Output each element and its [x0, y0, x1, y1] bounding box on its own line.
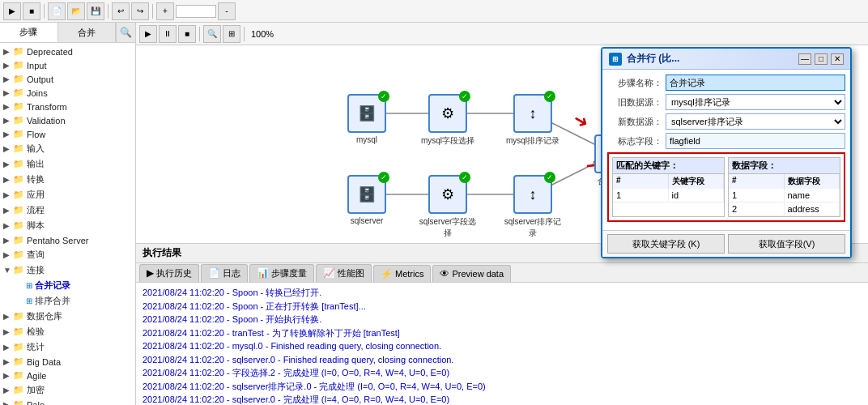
data-table: 数据字段： # 数据字段 1name2address: [728, 157, 840, 217]
canvas-btn-run[interactable]: ▶: [139, 25, 157, 43]
canvas-node-sqlserver_sort[interactable]: ↕ ✓ sqlserver排序记录: [500, 175, 565, 239]
sidebar-item-2[interactable]: ▶📁Output: [0, 72, 135, 86]
sidebar-item-4[interactable]: ▶📁Transform: [0, 100, 135, 113]
folder-arrow: ▶: [3, 88, 13, 97]
sidebar-item-label: 检验: [27, 326, 45, 338]
form-row-stepname: 步骤名称：: [607, 75, 845, 91]
results-tab-5[interactable]: 👁Preview data: [432, 265, 511, 282]
toolbar-btn-undo[interactable]: ↩: [112, 2, 130, 20]
sidebar-item-1[interactable]: ▶📁Input: [0, 58, 135, 72]
canvas-btn-zoom-fit[interactable]: ⊞: [223, 25, 240, 43]
sidebar-item-0[interactable]: ▶📁Deprecated: [0, 45, 135, 58]
check-badge: ✓: [378, 172, 389, 183]
sidebar-item-label: 合并记录: [35, 279, 70, 292]
node-icon-box: 🗄️ ✓: [347, 175, 386, 214]
sidebar-item-24[interactable]: ▶📁Palo: [0, 398, 135, 405]
sidebar-item-10[interactable]: ▶📁应用: [0, 187, 135, 202]
toolbar-sep-1: [44, 4, 45, 19]
sidebar-item-3[interactable]: ▶📁Joins: [0, 86, 135, 100]
results-tab-4[interactable]: ⚡Metrics: [373, 265, 431, 282]
form-row-oldsource: 旧数据源： mysql排序记录: [607, 94, 845, 110]
dialog-minimize-btn[interactable]: —: [798, 53, 811, 65]
log-line-3: 2021/08/24 11:02:20 - tranTest - 为了转换解除补…: [143, 326, 862, 340]
sidebar-item-19[interactable]: ▶📁检验: [0, 324, 135, 339]
toolbar-btn-zoom-out[interactable]: -: [218, 2, 236, 20]
sidebar-item-label: Output: [27, 75, 53, 84]
folder-icon: 📁: [13, 370, 24, 381]
sidebar-tab-steps[interactable]: 步骤: [0, 23, 58, 42]
data-row-field: name: [785, 189, 840, 202]
sidebar-item-6[interactable]: ▶📁Flow: [0, 127, 135, 141]
canvas-node-mysql_sort[interactable]: ↕ ✓ mysql排序记录: [506, 94, 560, 147]
canvas-zoom-label: 100%: [248, 29, 277, 39]
toolbar-sep-2: [108, 4, 108, 19]
folder-icon: 📁: [13, 143, 24, 154]
canvas-node-sqlserver_field[interactable]: ⚙ ✓ sqlserver字段选择: [415, 175, 480, 239]
sidebar-item-17[interactable]: ⊞排序合并: [0, 293, 135, 309]
sidebar-item-15[interactable]: ▼📁连接: [0, 262, 135, 278]
sidebar-item-16[interactable]: ⊞合并记录: [0, 278, 135, 293]
check-badge: ✓: [459, 91, 470, 102]
results-tab-3[interactable]: 📈性能图: [316, 264, 372, 282]
folder-arrow: ▶: [3, 47, 13, 56]
toolbar-btn-run[interactable]: ▶: [3, 2, 21, 20]
node-icon-box: ↕ ✓: [513, 94, 552, 133]
sidebar-tab-merge[interactable]: 合并: [58, 23, 117, 42]
dialog-titlebar: ⊞ 合并行 (比... — □ ✕: [602, 49, 850, 70]
sidebar-item-22[interactable]: ▶📁Agile: [0, 369, 135, 382]
sidebar-item-5[interactable]: ▶📁Validation: [0, 113, 135, 127]
log-line-1: 2021/08/24 11:02:20 - Spoon - 正在打开转换 [tr…: [143, 300, 862, 313]
zoom-input[interactable]: 100%: [176, 5, 216, 18]
canvas-btn-pause[interactable]: ⏸: [159, 25, 177, 43]
flag-label: 标志字段：: [607, 135, 662, 147]
sidebar-item-label: Flow: [27, 130, 45, 139]
sidebar-item-label: 查询: [27, 249, 45, 261]
toolbar-btn-stop[interactable]: ■: [23, 2, 40, 20]
sidebar-item-label: 脚本: [27, 220, 45, 232]
sidebar-item-14[interactable]: ▶📁查询: [0, 247, 135, 262]
sidebar-item-9[interactable]: ▶📁转换: [0, 172, 135, 187]
merge-dialog[interactable]: ⊞ 合并行 (比... — □ ✕ 步骤名称： 旧数据源：: [601, 47, 852, 258]
sidebar-search-btn[interactable]: 🔍: [116, 23, 135, 42]
toolbar-btn-redo[interactable]: ↪: [131, 2, 149, 20]
folder-icon: 📁: [13, 129, 24, 139]
toolbar-btn-save[interactable]: 💾: [87, 2, 104, 20]
log-line-8: 2021/08/24 11:02:20 - sqlserver.0 - 完成处理…: [143, 393, 862, 405]
sidebar-item-12[interactable]: ▶📁脚本: [0, 218, 135, 233]
flag-input[interactable]: [666, 133, 845, 149]
dialog-maximize-btn[interactable]: □: [815, 53, 828, 65]
results-tab-0[interactable]: ▶执行历史: [139, 264, 199, 282]
tab-icon-3: 📈: [323, 267, 335, 279]
toolbar-btn-new[interactable]: 📄: [48, 2, 66, 20]
new-source-select[interactable]: sqlserver排序记录: [666, 113, 845, 130]
toolbar-btn-zoom-in[interactable]: +: [156, 2, 174, 20]
sidebar-item-21[interactable]: ▶📁Big Data: [0, 355, 135, 369]
dialog-title-icon: ⊞: [609, 53, 622, 66]
toolbar-btn-open[interactable]: 📂: [67, 2, 85, 20]
tab-icon-0: ▶: [147, 267, 154, 279]
canvas-toolbar: ▶ ⏸ ■ 🔍 ⊞ 100%: [136, 23, 868, 45]
sidebar-item-7[interactable]: ▶📁输入: [0, 141, 135, 156]
node-icon-box: ↕ ✓: [513, 175, 552, 214]
sidebar-item-20[interactable]: ▶📁统计: [0, 339, 135, 355]
sidebar-item-11[interactable]: ▶📁流程: [0, 202, 135, 218]
old-source-select[interactable]: mysql排序记录: [666, 94, 845, 110]
canvas-node-sqlserver[interactable]: 🗄️ ✓ sqlserver: [347, 175, 386, 225]
results-tab-2[interactable]: 📊步骤度量: [249, 264, 314, 282]
sidebar-item-23[interactable]: ▶📁加密: [0, 382, 135, 398]
dialog-close-btn[interactable]: ✕: [831, 53, 844, 65]
step-name-input[interactable]: [666, 75, 845, 91]
dialog-title: ⊞ 合并行 (比...: [609, 52, 679, 66]
sidebar-item-8[interactable]: ▶📁输出: [0, 156, 135, 172]
canvas-btn-stop[interactable]: ■: [178, 25, 196, 43]
canvas-node-mysql_field[interactable]: ⚙ ✓ mysql字段选择: [421, 94, 474, 147]
log-line-5: 2021/08/24 11:02:20 - sqlserver.0 - Fini…: [143, 353, 862, 367]
canvas-btn-zoom-in[interactable]: 🔍: [203, 25, 221, 43]
sidebar-item-18[interactable]: ▶📁数据仓库: [0, 309, 135, 324]
get-key-fields-button[interactable]: 获取关键字段 (K): [607, 234, 725, 254]
canvas-node-mysql[interactable]: 🗄️ ✓ mysql: [347, 94, 386, 144]
get-value-fields-button[interactable]: 获取值字段(V): [728, 234, 845, 254]
sidebar-item-label: Agile: [27, 371, 46, 381]
results-tab-1[interactable]: 📄日志: [201, 264, 248, 282]
sidebar-item-13[interactable]: ▶📁Pentaho Server: [0, 233, 135, 247]
